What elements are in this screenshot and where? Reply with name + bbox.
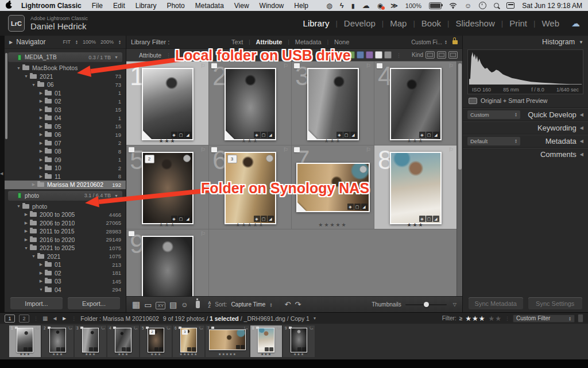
- disclosure-icon[interactable]: ▶: [38, 262, 44, 267]
- rotate-right-icon[interactable]: ↷: [295, 300, 301, 309]
- keyword-badge-icon[interactable]: [171, 132, 177, 138]
- pick-flag-icon[interactable]: [294, 63, 300, 68]
- filmstrip-photo[interactable]: 2: [148, 328, 164, 352]
- develop-badge-icon[interactable]: [185, 132, 191, 138]
- disclosure-icon[interactable]: ▶: [30, 182, 37, 187]
- color-label-swatch[interactable]: [375, 51, 382, 59]
- color-label-swatch[interactable]: [384, 51, 392, 59]
- user-icon[interactable]: ☺: [465, 2, 471, 9]
- thumbnail-badge-icons[interactable]: [419, 216, 439, 222]
- smart-preview-status[interactable]: Original + Smart Preview: [469, 97, 582, 104]
- folder-row[interactable]: ▼ MacBook Photos: [5, 64, 126, 72]
- filmstrip-thumbnail[interactable]: 7 ⤿ ★★★★★: [206, 325, 249, 357]
- develop-badge-icon[interactable]: [433, 216, 439, 222]
- star-rating[interactable]: ★★★★★: [292, 222, 374, 228]
- grid-cell[interactable]: 9: [126, 229, 209, 296]
- filmstrip-stack-badge[interactable]: 3: [182, 329, 188, 335]
- filmstrip-thumbnail[interactable]: 4 ⤿ ★★★: [107, 325, 139, 357]
- folder-row[interactable]: ▶ 07 2: [5, 139, 126, 148]
- folder-row[interactable]: ▶ 01 1: [5, 89, 126, 98]
- keyword-badge-icon[interactable]: [419, 216, 425, 222]
- folder-row[interactable]: ▼ 2021 73: [5, 72, 126, 81]
- people-view-icon[interactable]: [181, 301, 188, 308]
- kind-video-icon[interactable]: [448, 51, 458, 59]
- keyword-badge-icon[interactable]: [254, 216, 260, 222]
- folder-row[interactable]: MEDIA_1TB 0.3 / 1 TB: [8, 52, 122, 62]
- selection-info[interactable]: 9 of 192 photos / 1 selected / _DRH9691.…: [163, 315, 310, 322]
- module-tab[interactable]: Book: [415, 18, 447, 28]
- zoom-stepper-icon[interactable]: ▲▼: [118, 40, 121, 44]
- crop-badge-icon[interactable]: [178, 216, 184, 222]
- filmstrip-star-rating[interactable]: ★★★: [283, 352, 315, 356]
- thumbnail-badge-icons[interactable]: [254, 132, 274, 138]
- folder-row[interactable]: ▶ 06 19: [5, 131, 126, 139]
- menu-clock[interactable]: Sat Jun 12 9:18 AM: [522, 2, 582, 10]
- control-center-icon[interactable]: [506, 2, 514, 9]
- star-rating[interactable]: ★★★: [126, 138, 208, 144]
- flag-outline-icon[interactable]: [448, 63, 454, 69]
- grid-cell[interactable]: 5 2 ★★★: [126, 145, 209, 229]
- record-status-icon[interactable]: [377, 2, 383, 9]
- photo-thumbnail[interactable]: [390, 152, 442, 224]
- filter-preset-dropdown[interactable]: Custom Fi... ▲▼: [411, 39, 458, 45]
- pick-flag-icon[interactable]: [129, 231, 134, 236]
- metadata-section[interactable]: Default▲▼ Metadata ◀: [463, 134, 588, 147]
- filmstrip-star-rating[interactable]: ★★★: [250, 352, 282, 356]
- develop-badge-icon[interactable]: [185, 216, 191, 222]
- gauge-icon[interactable]: [326, 2, 332, 9]
- module-tab[interactable]: Develop: [338, 18, 382, 28]
- panel-expand-icon[interactable]: ◀: [580, 112, 583, 117]
- left-panel-edge[interactable]: ◀: [0, 36, 5, 312]
- grid-cell[interactable]: 3 ★★★: [292, 62, 374, 145]
- filmstrip-star-rating[interactable]: ★★★: [140, 352, 172, 356]
- color-label-swatch[interactable]: [347, 51, 355, 59]
- filmstrip-thumbnail[interactable]: 1 ⤿ ★★★: [9, 325, 41, 357]
- module-tab[interactable]: Print: [503, 18, 533, 28]
- star-rating[interactable]: ★★★★★: [209, 222, 291, 228]
- filter-lock-icon[interactable]: [452, 40, 458, 44]
- navigator-disclosure-icon[interactable]: ▶: [9, 40, 13, 45]
- navigator-header[interactable]: ▶ Navigator FIT ▲▼ 100% 200% ▲▼: [5, 36, 126, 49]
- compare-view-icon[interactable]: [156, 301, 165, 308]
- stack-count-badge[interactable]: 2: [145, 155, 154, 163]
- module-tab[interactable]: Library: [297, 18, 336, 28]
- filmstrip-star-rating[interactable]: ★★★: [107, 352, 139, 356]
- filmstrip-photo[interactable]: [82, 328, 99, 352]
- folder-row[interactable]: ▶ 11 8: [5, 172, 126, 181]
- disclosure-icon[interactable]: ▶: [38, 174, 44, 179]
- grid-cell[interactable]: 6 3 ★★★★★: [209, 145, 292, 229]
- folder-row[interactable]: ▶ Marissa M 20210602 192: [5, 181, 126, 189]
- filmstrip-thumbnail[interactable]: 9 ⤿ ★★★: [283, 325, 315, 357]
- quick-develop-section[interactable]: Custom▲▼ Quick Develop ◀: [463, 108, 588, 121]
- loupe-view-icon[interactable]: [144, 301, 152, 309]
- folder-row[interactable]: ▶ 04 1: [5, 114, 126, 122]
- disclosure-icon[interactable]: ▼: [23, 246, 29, 250]
- panel-expand-icon[interactable]: ◀: [580, 125, 583, 131]
- keyword-badge-icon[interactable]: [347, 204, 354, 210]
- color-label-swatch[interactable]: [357, 51, 364, 59]
- filmstrip-thumbnail[interactable]: 6 ⤿ 3 ★★★★★: [173, 325, 204, 357]
- star-rating[interactable]: ★★★: [374, 138, 457, 144]
- primary-monitor-button[interactable]: 1: [5, 315, 15, 323]
- folder-row[interactable]: ▶ 10 2: [5, 164, 126, 172]
- thumbnail-badge-icons[interactable]: [347, 204, 368, 210]
- photo-thumbnail[interactable]: [390, 68, 442, 140]
- creative-cloud-sync-icon[interactable]: ☁: [571, 18, 580, 29]
- disclosure-icon[interactable]: ▼: [30, 254, 37, 258]
- disclosure-icon[interactable]: ▶: [38, 91, 44, 95]
- toolbar-options-icon[interactable]: ▽: [453, 302, 457, 307]
- color-label-swatch[interactable]: [329, 51, 336, 59]
- metadata-preset-dropdown[interactable]: Default▲▼: [467, 137, 520, 145]
- zoom-fit[interactable]: FIT: [63, 39, 71, 45]
- flag-outline-icon[interactable]: [283, 63, 288, 69]
- pick-flag-icon[interactable]: [211, 63, 217, 68]
- filmstrip-star-rating[interactable]: ★★★★★: [206, 352, 249, 356]
- rating-operator[interactable]: ≥: [459, 315, 463, 321]
- disclosure-icon[interactable]: ▶: [38, 124, 44, 129]
- flag-outline-icon[interactable]: [448, 147, 454, 153]
- thumbnail-badge-icons[interactable]: [419, 132, 439, 138]
- panel-expand-icon[interactable]: ◀: [580, 139, 583, 144]
- grid-cell[interactable]: 1 ★★★: [126, 62, 209, 145]
- folder-row[interactable]: ▶ 2011 to 2015 28983: [5, 227, 126, 236]
- keyword-badge-icon[interactable]: [171, 216, 177, 222]
